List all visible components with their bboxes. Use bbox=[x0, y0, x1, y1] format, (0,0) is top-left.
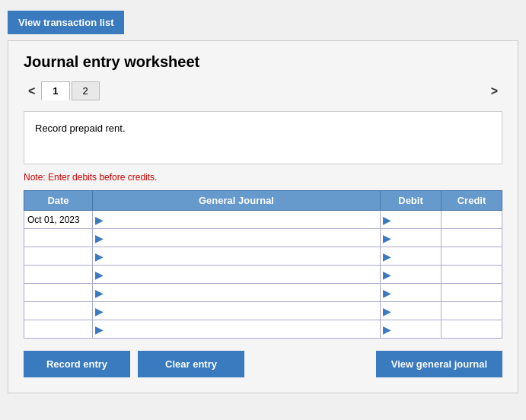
credit-cell-6 bbox=[442, 320, 502, 339]
header-journal: General Journal bbox=[93, 191, 381, 211]
journal-input-1[interactable] bbox=[106, 229, 380, 247]
tabs-row: < 1 2 > bbox=[24, 81, 502, 100]
credit-input-4[interactable] bbox=[442, 284, 502, 301]
date-cell-1 bbox=[24, 229, 93, 247]
journal-cell-1: ▶ bbox=[93, 229, 381, 247]
clear-entry-button[interactable]: Clear entry bbox=[138, 351, 244, 377]
table-row: ▶▶ bbox=[24, 320, 502, 339]
tab-prev-button[interactable]: < bbox=[24, 83, 40, 100]
credit-input-6[interactable] bbox=[442, 320, 502, 338]
arrow-icon-2: ▶ bbox=[93, 250, 106, 262]
credit-cell-1 bbox=[442, 229, 502, 247]
date-input-3[interactable] bbox=[24, 266, 92, 283]
date-input-6[interactable] bbox=[24, 320, 92, 338]
table-row: Oct 01, 2023▶▶ bbox=[24, 211, 502, 229]
arrow-icon-5: ▶ bbox=[93, 305, 106, 317]
debit-cell-3: ▶ bbox=[381, 266, 442, 284]
debit-arrow-icon-2: ▶ bbox=[381, 250, 394, 262]
view-general-journal-button[interactable]: View general journal bbox=[376, 351, 502, 377]
table-row: ▶▶ bbox=[24, 247, 502, 266]
debit-input-0[interactable] bbox=[394, 211, 441, 228]
arrow-icon-3: ▶ bbox=[93, 269, 106, 281]
journal-cell-4: ▶ bbox=[93, 284, 381, 302]
date-cell-3 bbox=[24, 266, 93, 284]
debit-cell-4: ▶ bbox=[381, 284, 442, 302]
date-cell-4 bbox=[24, 284, 93, 302]
journal-table: Date General Journal Debit Credit Oct 01… bbox=[24, 190, 502, 339]
buttons-row: Record entry Clear entry View general jo… bbox=[24, 351, 502, 377]
debit-cell-1: ▶ bbox=[381, 229, 442, 247]
note-text: Note: Enter debits before credits. bbox=[24, 172, 502, 183]
date-cell-0: Oct 01, 2023 bbox=[24, 211, 93, 229]
table-row: ▶▶ bbox=[24, 284, 502, 302]
journal-input-2[interactable] bbox=[106, 247, 380, 265]
debit-cell-6: ▶ bbox=[381, 320, 442, 339]
journal-input-4[interactable] bbox=[106, 284, 380, 301]
date-value-0: Oct 01, 2023 bbox=[27, 215, 80, 225]
credit-cell-2 bbox=[442, 247, 502, 266]
date-cell-5 bbox=[24, 302, 93, 320]
credit-input-0[interactable] bbox=[442, 211, 502, 228]
debit-arrow-icon-5: ▶ bbox=[381, 305, 394, 317]
date-input-2[interactable] bbox=[24, 247, 92, 265]
tab-2[interactable]: 2 bbox=[72, 81, 100, 100]
debit-arrow-icon-6: ▶ bbox=[381, 323, 394, 336]
credit-input-3[interactable] bbox=[442, 266, 502, 283]
main-container: Journal entry worksheet < 1 2 > Record p… bbox=[8, 40, 518, 393]
journal-cell-3: ▶ bbox=[93, 266, 381, 284]
description-text: Record prepaid rent. bbox=[35, 123, 126, 134]
journal-input-0[interactable] bbox=[106, 211, 380, 228]
credit-cell-5 bbox=[442, 302, 502, 320]
arrow-icon-4: ▶ bbox=[93, 287, 106, 299]
date-input-5[interactable] bbox=[24, 302, 92, 320]
date-input-4[interactable] bbox=[24, 284, 92, 301]
table-row: ▶▶ bbox=[24, 266, 502, 284]
view-transaction-button[interactable]: View transaction list bbox=[8, 11, 124, 34]
arrow-icon-6: ▶ bbox=[93, 323, 106, 336]
debit-input-4[interactable] bbox=[394, 284, 441, 301]
header-debit: Debit bbox=[381, 191, 442, 211]
debit-input-1[interactable] bbox=[394, 229, 441, 247]
credit-cell-4 bbox=[442, 284, 502, 302]
journal-input-3[interactable] bbox=[106, 266, 380, 283]
description-box: Record prepaid rent. bbox=[24, 111, 502, 164]
debit-arrow-icon-1: ▶ bbox=[381, 232, 394, 244]
credit-cell-3 bbox=[442, 266, 502, 284]
record-entry-button[interactable]: Record entry bbox=[24, 351, 130, 377]
journal-cell-2: ▶ bbox=[93, 247, 381, 266]
top-bar: View transaction list bbox=[0, 0, 526, 40]
debit-cell-2: ▶ bbox=[381, 247, 442, 266]
debit-arrow-icon-3: ▶ bbox=[381, 269, 394, 281]
debit-cell-5: ▶ bbox=[381, 302, 442, 320]
debit-input-6[interactable] bbox=[394, 320, 441, 338]
journal-cell-0: ▶ bbox=[93, 211, 381, 229]
date-cell-6 bbox=[24, 320, 93, 339]
debit-cell-0: ▶ bbox=[381, 211, 442, 229]
journal-cell-5: ▶ bbox=[93, 302, 381, 320]
worksheet-title: Journal entry worksheet bbox=[24, 53, 502, 71]
credit-input-2[interactable] bbox=[442, 247, 502, 265]
debit-arrow-icon-4: ▶ bbox=[381, 287, 394, 299]
date-input-1[interactable] bbox=[24, 229, 92, 247]
debit-arrow-icon-0: ▶ bbox=[381, 214, 394, 226]
table-row: ▶▶ bbox=[24, 302, 502, 320]
date-cell-2 bbox=[24, 247, 93, 266]
debit-input-2[interactable] bbox=[394, 247, 441, 265]
arrow-icon-0: ▶ bbox=[93, 214, 106, 226]
journal-input-5[interactable] bbox=[106, 302, 380, 320]
tab-next-button[interactable]: > bbox=[486, 83, 502, 100]
arrow-icon-1: ▶ bbox=[93, 232, 106, 244]
journal-input-6[interactable] bbox=[106, 320, 380, 338]
credit-cell-0 bbox=[442, 211, 502, 229]
header-date: Date bbox=[24, 191, 93, 211]
table-row: ▶▶ bbox=[24, 229, 502, 247]
journal-cell-6: ▶ bbox=[93, 320, 381, 339]
credit-input-1[interactable] bbox=[442, 229, 502, 247]
tab-1[interactable]: 1 bbox=[41, 81, 69, 100]
debit-input-5[interactable] bbox=[394, 302, 441, 320]
header-credit: Credit bbox=[442, 191, 502, 211]
debit-input-3[interactable] bbox=[394, 266, 441, 283]
credit-input-5[interactable] bbox=[442, 302, 502, 320]
